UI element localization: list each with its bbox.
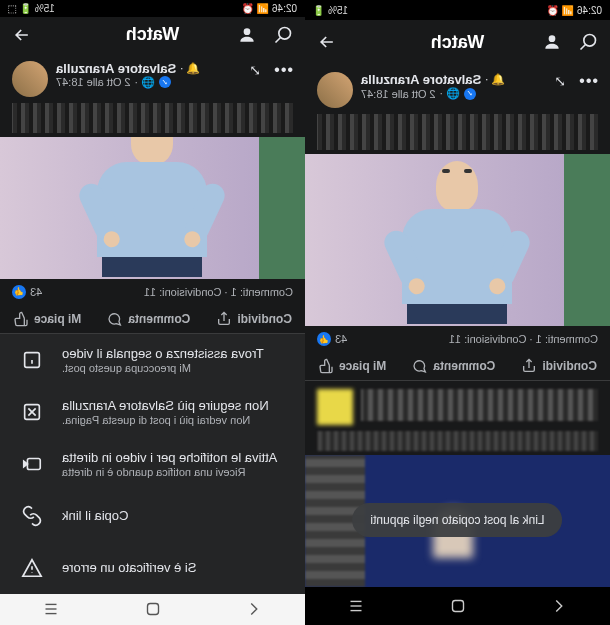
globe-icon: 🌐 · (135, 76, 155, 89)
back-arrow-icon[interactable] (317, 32, 337, 52)
status-battery: 15% (35, 3, 55, 14)
post-timestamp: 2 Ott alle 18:47 (361, 88, 436, 100)
sheet-title: Non seguire più Salvatore Aranzulla (62, 398, 289, 413)
action-bar: Condividi Commenta Mi piace (305, 352, 610, 381)
unfollow-icon (21, 401, 43, 423)
share-button[interactable]: Condividi (216, 311, 292, 327)
like-icon (13, 311, 29, 327)
sheet-item-unfollow[interactable]: Non seguire più Salvatore Aranzulla Non … (0, 386, 305, 438)
share-icon (216, 311, 232, 327)
svg-line-1 (581, 45, 586, 50)
options-bottom-sheet: Trova assistenza o segnala il video Mi p… (0, 334, 305, 594)
battery-icon: 🔋 ⬚ (8, 3, 32, 14)
watch-header: Watch (0, 17, 305, 53)
post-header: 🔔 · Salvatore Aranzulla ✓ 🌐 · 2 Ott alle… (0, 53, 305, 101)
like-icon (318, 358, 334, 374)
second-avatar[interactable] (317, 389, 353, 425)
post-text-censored (317, 114, 598, 150)
comment-button[interactable]: Commenta (412, 358, 495, 374)
reaction-count: 43 (335, 333, 347, 345)
expand-icon[interactable]: ⤢ (554, 73, 566, 89)
nav-home[interactable] (142, 598, 164, 620)
nav-back[interactable] (548, 595, 570, 617)
android-nav-bar (0, 594, 305, 625)
nav-recent[interactable] (345, 595, 367, 617)
search-icon[interactable] (578, 32, 598, 52)
verified-badge: ✓ (464, 88, 476, 100)
sheet-subtitle: Ricevi una notifica quando è in diretta (62, 466, 289, 478)
battery-icon: 🔋 (313, 5, 325, 16)
info-icon (21, 349, 43, 371)
expand-icon[interactable]: ⤢ (249, 62, 261, 78)
second-video[interactable]: Link al post copiato negli appunti (305, 455, 610, 587)
sheet-title: Si è verificato un errore (62, 560, 289, 575)
bell-icon: 🔔 · (180, 62, 200, 75)
like-button[interactable]: Mi piace (13, 311, 81, 327)
profile-icon[interactable] (237, 25, 257, 45)
second-text-censored (317, 431, 598, 451)
svg-point-9 (244, 28, 251, 35)
nav-recent[interactable] (40, 598, 62, 620)
sheet-subtitle: Mi preoccupa questo post. (62, 362, 289, 374)
like-badge-icon: 👍 (12, 285, 26, 299)
like-badge-icon: 👍 (317, 332, 331, 346)
search-icon[interactable] (273, 25, 293, 45)
comment-icon (412, 358, 428, 374)
back-arrow-icon[interactable] (12, 25, 32, 45)
engagement-bar: Commenti: 1 · Condivisioni: 11 43 👍 (0, 279, 305, 305)
sheet-item-error[interactable]: Si è verificato un errore (0, 542, 305, 594)
post-header: 🔔 · Salvatore Aranzulla ✓ 🌐 · 2 Ott alle… (305, 64, 610, 112)
like-button[interactable]: Mi piace (318, 358, 386, 374)
share-button[interactable]: Condividi (521, 358, 597, 374)
sheet-title: Trova assistenza o segnala il video (62, 346, 289, 361)
author-avatar[interactable] (317, 72, 353, 108)
sheet-item-copy-link[interactable]: Copia il link (0, 490, 305, 542)
sheet-title: Attiva le notifiche per i video in diret… (62, 450, 289, 465)
right-screen: 02:46 📶 ⏰ 15% 🔋 ⬚ Watch 🔔 · Salvatore Ar… (0, 0, 305, 625)
sheet-item-report[interactable]: Trova assistenza o segnala il video Mi p… (0, 334, 305, 386)
profile-icon[interactable] (542, 32, 562, 52)
status-bar: 02:46 📶 ⏰ 15% 🔋 (305, 0, 610, 20)
comment-share-stats[interactable]: Commenti: 1 · Condivisioni: 11 (449, 333, 598, 345)
action-bar: Condividi Commenta Mi piace (0, 305, 305, 334)
watch-header: Watch (305, 20, 610, 64)
verified-badge: ✓ (159, 76, 171, 88)
more-menu-icon[interactable]: ••• (273, 61, 293, 79)
post-text-censored (12, 103, 293, 133)
page-title: Watch (431, 32, 484, 53)
page-title: Watch (126, 24, 179, 45)
svg-point-7 (279, 27, 291, 39)
link-icon (21, 505, 43, 527)
sheet-item-notifications[interactable]: Attiva le notifiche per i video in diret… (0, 438, 305, 490)
reactions[interactable]: 43 👍 (317, 332, 347, 346)
reaction-count: 43 (30, 286, 42, 298)
sheet-title: Copia il link (62, 508, 289, 523)
warning-icon (21, 557, 43, 579)
left-screen: 02:46 📶 ⏰ 15% 🔋 Watch 🔔 · Salvatore Aran… (305, 0, 610, 625)
comment-button[interactable]: Commenta (107, 311, 190, 327)
svg-rect-3 (452, 601, 463, 612)
status-time: 02:46 (272, 3, 297, 14)
author-avatar[interactable] (12, 61, 48, 97)
author-name[interactable]: Salvatore Aranzulla (56, 61, 176, 76)
svg-line-8 (276, 37, 281, 42)
svg-rect-16 (27, 458, 40, 469)
author-name[interactable]: Salvatore Aranzulla (361, 72, 481, 87)
comment-share-stats[interactable]: Commenti: 1 · Condivisioni: 11 (144, 286, 293, 298)
share-icon (521, 358, 537, 374)
toast-notification: Link al post copiato negli appunti (352, 503, 562, 537)
status-bar: 02:46 📶 ⏰ 15% 🔋 ⬚ (0, 0, 305, 17)
svg-point-0 (584, 35, 596, 47)
status-indicators: 📶 ⏰ (242, 3, 269, 14)
comment-icon (107, 311, 123, 327)
post-timestamp: 2 Ott alle 18:47 (56, 76, 131, 88)
reactions[interactable]: 43 👍 (12, 285, 42, 299)
svg-point-2 (549, 35, 556, 42)
video-player[interactable] (0, 137, 305, 279)
status-battery: 15% (328, 5, 348, 16)
nav-home[interactable] (447, 595, 469, 617)
nav-back[interactable] (243, 598, 265, 620)
status-indicators: 📶 ⏰ (547, 5, 574, 16)
video-player[interactable] (305, 154, 610, 326)
more-menu-icon[interactable]: ••• (578, 72, 598, 90)
